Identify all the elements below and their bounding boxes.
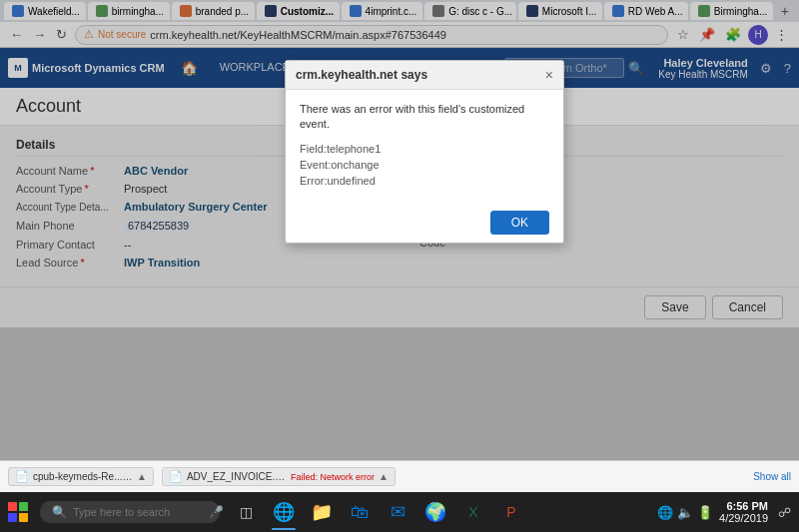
network-icon[interactable]: 🌐 — [657, 505, 673, 520]
taskbar-app-maps[interactable]: 🌍 — [417, 492, 453, 532]
explorer-icon: 📁 — [311, 501, 333, 523]
error-modal: crm.keyhealth.net says × There was an er… — [285, 60, 564, 244]
download-name-2: ADV_EZ_INVOICE....pdf — [187, 471, 287, 482]
volume-icon[interactable]: 🔈 — [677, 505, 693, 520]
taskbar-app-powerpoint[interactable]: P — [493, 492, 529, 532]
taskbar-right: 🌐 🔈 🔋 6:56 PM 4/29/2019 ☍ — [657, 500, 799, 524]
modal-error-line: Error:undefined — [300, 175, 549, 187]
powerpoint-icon: P — [506, 504, 515, 520]
edge-icon: 🌐 — [273, 501, 295, 523]
modal-title: crm.keyhealth.net says — [296, 68, 427, 82]
taskbar-search-icon: 🔍 — [52, 505, 67, 519]
maps-icon: 🌍 — [424, 501, 446, 523]
modal-overlay: crm.keyhealth.net says × There was an er… — [0, 0, 799, 532]
clock-date: 4/29/2019 — [719, 512, 768, 524]
modal-footer: OK — [286, 203, 563, 243]
download-icon-1: 📄 — [15, 470, 29, 483]
taskbar-app-edge[interactable]: 🌐 — [266, 492, 302, 532]
battery-icon[interactable]: 🔋 — [697, 505, 713, 520]
taskbar-apps: ◫ 🌐 📁 🛍 ✉ 🌍 X P — [228, 492, 529, 532]
start-button[interactable] — [0, 492, 36, 532]
taskbar-app-excel[interactable]: X — [455, 492, 491, 532]
modal-close-button[interactable]: × — [545, 67, 553, 83]
notification-icon[interactable]: ☍ — [778, 505, 791, 520]
taskbar-app-mail[interactable]: ✉ — [380, 492, 415, 532]
mail-icon: ✉ — [391, 501, 405, 523]
windows-logo-icon — [8, 502, 28, 522]
taskbar-app-store[interactable]: 🛍 — [342, 492, 378, 532]
show-all-downloads-button[interactable]: Show all — [753, 471, 791, 482]
download-bar: 📄 cpub-keymeds-Re...rdp ▲ 📄 ADV_EZ_INVOI… — [0, 460, 799, 492]
modal-body: There was an error with this field's cus… — [286, 90, 563, 203]
clock-time: 6:56 PM — [719, 500, 768, 512]
taskbar-app-taskview[interactable]: ◫ — [228, 492, 264, 532]
download-arrow-1[interactable]: ▲ — [137, 471, 147, 482]
download-name-1: cpub-keymeds-Re...rdp — [33, 471, 133, 482]
download-item-2[interactable]: 📄 ADV_EZ_INVOICE....pdf Failed: Network … — [162, 467, 396, 486]
modal-description: There was an error with this field's cus… — [300, 102, 549, 133]
modal-field-line: Field:telephone1 — [300, 143, 549, 155]
task-view-icon: ◫ — [240, 504, 253, 520]
excel-icon: X — [468, 504, 477, 520]
download-arrow-2[interactable]: ▲ — [379, 471, 389, 482]
taskbar-search-box[interactable]: 🔍 🎤 — [40, 501, 220, 523]
taskbar-app-explorer[interactable]: 📁 — [304, 492, 340, 532]
app-active-indicator — [272, 528, 296, 530]
modal-header: crm.keyhealth.net says × — [286, 61, 563, 90]
modal-event-line: Event:onchange — [300, 159, 549, 171]
modal-ok-button[interactable]: OK — [490, 211, 549, 235]
microphone-icon[interactable]: 🎤 — [209, 505, 224, 519]
store-icon: 🛍 — [351, 502, 369, 523]
download-icon-2: 📄 — [169, 470, 183, 483]
download-status-2: Failed: Network error — [291, 472, 375, 482]
taskbar-clock[interactable]: 6:56 PM 4/29/2019 — [719, 500, 768, 524]
taskbar-search-input[interactable] — [73, 506, 203, 518]
taskbar: 🔍 🎤 ◫ 🌐 📁 🛍 ✉ 🌍 X P 🌐 — [0, 492, 799, 532]
system-tray: 🌐 🔈 🔋 — [657, 505, 713, 520]
download-item-1[interactable]: 📄 cpub-keymeds-Re...rdp ▲ — [8, 467, 154, 486]
